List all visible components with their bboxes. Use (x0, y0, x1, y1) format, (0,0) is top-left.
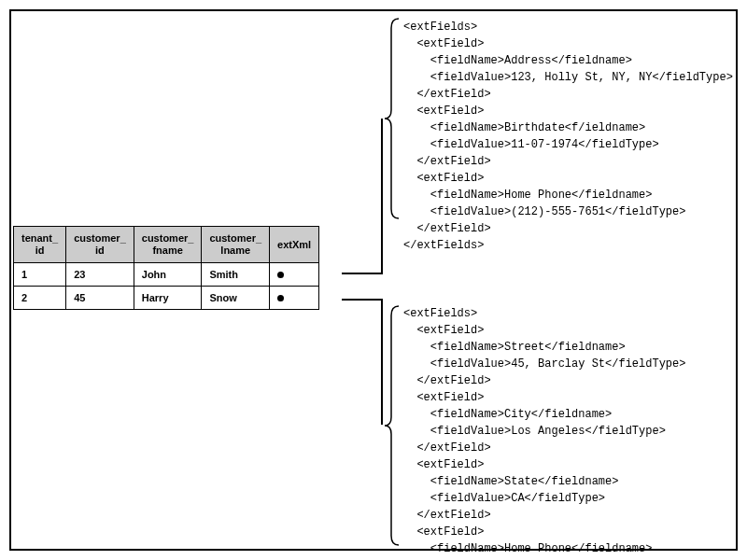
col-header-extxml: extXml (270, 227, 319, 263)
dot-icon (277, 295, 284, 301)
col-header-customer-fname: customer_fname (134, 227, 202, 263)
customer-table: tenant_id customer_id customer_fname cus… (13, 226, 319, 310)
cell-customer-lname: Snow (202, 287, 270, 310)
table-header-row: tenant_id customer_id customer_fname cus… (14, 227, 319, 263)
cell-customer-id: 23 (66, 263, 134, 287)
connector-line-2 (342, 299, 383, 301)
cell-customer-fname: John (134, 263, 202, 287)
table-row: 1 23 John Smith (14, 263, 319, 287)
cell-customer-id: 45 (66, 287, 134, 310)
xml-block-bottom: <extFields> <extField> <fieldName>Street… (403, 305, 685, 560)
cell-tenant-id: 2 (14, 287, 66, 310)
connector-line-1 (342, 273, 383, 274)
col-header-customer-lname: customer_lname (202, 227, 270, 263)
dot-icon (277, 272, 284, 278)
col-header-tenant-id: tenant_id (14, 227, 66, 263)
xml-block-top: <extFields> <extField> <fieldName>Addres… (403, 19, 733, 254)
table-row: 2 45 Harry Snow (14, 287, 319, 310)
cell-tenant-id: 1 (14, 263, 66, 287)
diagram-frame: tenant_id customer_id customer_fname cus… (9, 9, 738, 551)
bracket-bottom (383, 304, 402, 547)
bracket-top (383, 17, 402, 220)
col-header-customer-id: customer_id (66, 227, 134, 263)
cell-extxml-2 (270, 287, 319, 310)
cell-extxml-1 (270, 263, 319, 287)
cell-customer-fname: Harry (134, 287, 202, 310)
cell-customer-lname: Smith (202, 263, 270, 287)
